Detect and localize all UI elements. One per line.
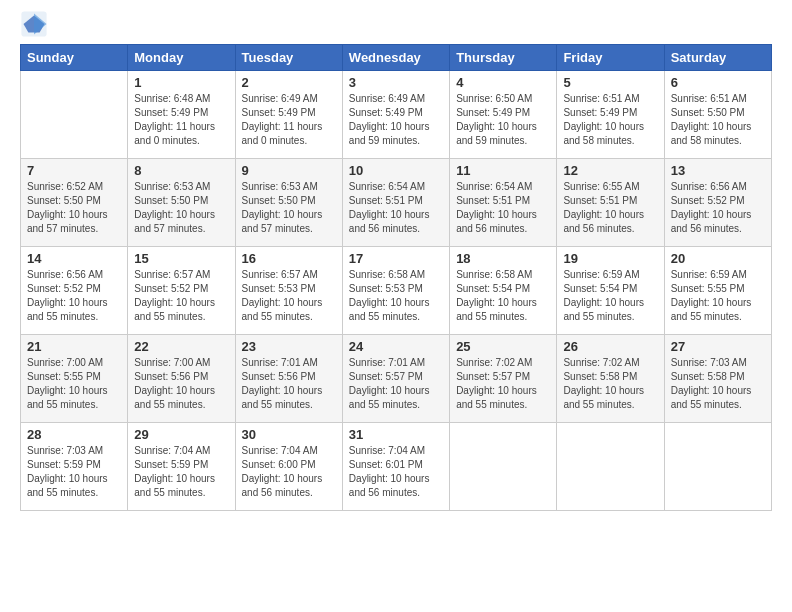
logo-icon [20,10,48,38]
day-info: Sunrise: 6:58 AM Sunset: 5:53 PM Dayligh… [349,268,443,324]
calendar-header-row: SundayMondayTuesdayWednesdayThursdayFrid… [21,45,772,71]
calendar-cell: 20Sunrise: 6:59 AM Sunset: 5:55 PM Dayli… [664,247,771,335]
calendar-cell: 28Sunrise: 7:03 AM Sunset: 5:59 PM Dayli… [21,423,128,511]
day-number: 22 [134,339,228,354]
day-info: Sunrise: 6:48 AM Sunset: 5:49 PM Dayligh… [134,92,228,148]
calendar-cell: 22Sunrise: 7:00 AM Sunset: 5:56 PM Dayli… [128,335,235,423]
calendar-cell: 1Sunrise: 6:48 AM Sunset: 5:49 PM Daylig… [128,71,235,159]
day-info: Sunrise: 6:51 AM Sunset: 5:49 PM Dayligh… [563,92,657,148]
day-number: 8 [134,163,228,178]
day-number: 25 [456,339,550,354]
calendar-cell: 12Sunrise: 6:55 AM Sunset: 5:51 PM Dayli… [557,159,664,247]
day-info: Sunrise: 6:53 AM Sunset: 5:50 PM Dayligh… [134,180,228,236]
day-number: 26 [563,339,657,354]
day-info: Sunrise: 7:04 AM Sunset: 6:00 PM Dayligh… [242,444,336,500]
day-number: 31 [349,427,443,442]
day-number: 3 [349,75,443,90]
day-number: 16 [242,251,336,266]
calendar-cell: 11Sunrise: 6:54 AM Sunset: 5:51 PM Dayli… [450,159,557,247]
day-info: Sunrise: 6:49 AM Sunset: 5:49 PM Dayligh… [242,92,336,148]
day-number: 24 [349,339,443,354]
calendar-cell: 24Sunrise: 7:01 AM Sunset: 5:57 PM Dayli… [342,335,449,423]
weekday-header: Friday [557,45,664,71]
day-info: Sunrise: 6:58 AM Sunset: 5:54 PM Dayligh… [456,268,550,324]
day-number: 1 [134,75,228,90]
calendar-cell: 7Sunrise: 6:52 AM Sunset: 5:50 PM Daylig… [21,159,128,247]
calendar-cell [450,423,557,511]
calendar-cell: 19Sunrise: 6:59 AM Sunset: 5:54 PM Dayli… [557,247,664,335]
calendar-cell: 31Sunrise: 7:04 AM Sunset: 6:01 PM Dayli… [342,423,449,511]
day-number: 17 [349,251,443,266]
day-info: Sunrise: 6:59 AM Sunset: 5:55 PM Dayligh… [671,268,765,324]
day-info: Sunrise: 7:02 AM Sunset: 5:57 PM Dayligh… [456,356,550,412]
calendar-week-row: 7Sunrise: 6:52 AM Sunset: 5:50 PM Daylig… [21,159,772,247]
weekday-header: Sunday [21,45,128,71]
day-number: 5 [563,75,657,90]
day-number: 27 [671,339,765,354]
calendar-cell: 8Sunrise: 6:53 AM Sunset: 5:50 PM Daylig… [128,159,235,247]
calendar-cell: 25Sunrise: 7:02 AM Sunset: 5:57 PM Dayli… [450,335,557,423]
calendar-cell: 13Sunrise: 6:56 AM Sunset: 5:52 PM Dayli… [664,159,771,247]
calendar-week-row: 1Sunrise: 6:48 AM Sunset: 5:49 PM Daylig… [21,71,772,159]
calendar-week-row: 28Sunrise: 7:03 AM Sunset: 5:59 PM Dayli… [21,423,772,511]
calendar-cell: 26Sunrise: 7:02 AM Sunset: 5:58 PM Dayli… [557,335,664,423]
day-info: Sunrise: 7:04 AM Sunset: 6:01 PM Dayligh… [349,444,443,500]
weekday-header: Monday [128,45,235,71]
day-number: 12 [563,163,657,178]
day-info: Sunrise: 7:03 AM Sunset: 5:58 PM Dayligh… [671,356,765,412]
day-info: Sunrise: 7:03 AM Sunset: 5:59 PM Dayligh… [27,444,121,500]
calendar-week-row: 14Sunrise: 6:56 AM Sunset: 5:52 PM Dayli… [21,247,772,335]
calendar-cell: 16Sunrise: 6:57 AM Sunset: 5:53 PM Dayli… [235,247,342,335]
calendar-cell [664,423,771,511]
day-info: Sunrise: 6:54 AM Sunset: 5:51 PM Dayligh… [349,180,443,236]
calendar-week-row: 21Sunrise: 7:00 AM Sunset: 5:55 PM Dayli… [21,335,772,423]
day-number: 29 [134,427,228,442]
calendar-cell: 29Sunrise: 7:04 AM Sunset: 5:59 PM Dayli… [128,423,235,511]
day-info: Sunrise: 7:01 AM Sunset: 5:56 PM Dayligh… [242,356,336,412]
calendar-cell: 18Sunrise: 6:58 AM Sunset: 5:54 PM Dayli… [450,247,557,335]
day-number: 2 [242,75,336,90]
day-info: Sunrise: 7:00 AM Sunset: 5:56 PM Dayligh… [134,356,228,412]
day-number: 20 [671,251,765,266]
calendar-cell: 30Sunrise: 7:04 AM Sunset: 6:00 PM Dayli… [235,423,342,511]
day-info: Sunrise: 6:50 AM Sunset: 5:49 PM Dayligh… [456,92,550,148]
day-info: Sunrise: 6:52 AM Sunset: 5:50 PM Dayligh… [27,180,121,236]
day-info: Sunrise: 7:01 AM Sunset: 5:57 PM Dayligh… [349,356,443,412]
day-number: 19 [563,251,657,266]
calendar-cell: 4Sunrise: 6:50 AM Sunset: 5:49 PM Daylig… [450,71,557,159]
day-number: 30 [242,427,336,442]
day-info: Sunrise: 6:49 AM Sunset: 5:49 PM Dayligh… [349,92,443,148]
day-number: 6 [671,75,765,90]
day-info: Sunrise: 6:54 AM Sunset: 5:51 PM Dayligh… [456,180,550,236]
day-info: Sunrise: 7:00 AM Sunset: 5:55 PM Dayligh… [27,356,121,412]
calendar-cell: 17Sunrise: 6:58 AM Sunset: 5:53 PM Dayli… [342,247,449,335]
day-number: 9 [242,163,336,178]
calendar-cell: 23Sunrise: 7:01 AM Sunset: 5:56 PM Dayli… [235,335,342,423]
day-info: Sunrise: 6:56 AM Sunset: 5:52 PM Dayligh… [27,268,121,324]
calendar-cell: 14Sunrise: 6:56 AM Sunset: 5:52 PM Dayli… [21,247,128,335]
day-info: Sunrise: 6:59 AM Sunset: 5:54 PM Dayligh… [563,268,657,324]
calendar-cell: 9Sunrise: 6:53 AM Sunset: 5:50 PM Daylig… [235,159,342,247]
calendar-cell: 21Sunrise: 7:00 AM Sunset: 5:55 PM Dayli… [21,335,128,423]
calendar-cell: 2Sunrise: 6:49 AM Sunset: 5:49 PM Daylig… [235,71,342,159]
calendar-cell [557,423,664,511]
day-number: 21 [27,339,121,354]
calendar-table: SundayMondayTuesdayWednesdayThursdayFrid… [20,44,772,511]
day-info: Sunrise: 6:55 AM Sunset: 5:51 PM Dayligh… [563,180,657,236]
day-number: 14 [27,251,121,266]
weekday-header: Tuesday [235,45,342,71]
day-info: Sunrise: 7:04 AM Sunset: 5:59 PM Dayligh… [134,444,228,500]
day-number: 23 [242,339,336,354]
day-number: 13 [671,163,765,178]
calendar-cell: 3Sunrise: 6:49 AM Sunset: 5:49 PM Daylig… [342,71,449,159]
day-number: 10 [349,163,443,178]
calendar-cell [21,71,128,159]
day-number: 15 [134,251,228,266]
day-info: Sunrise: 6:53 AM Sunset: 5:50 PM Dayligh… [242,180,336,236]
day-number: 7 [27,163,121,178]
day-number: 11 [456,163,550,178]
day-info: Sunrise: 6:57 AM Sunset: 5:53 PM Dayligh… [242,268,336,324]
day-info: Sunrise: 7:02 AM Sunset: 5:58 PM Dayligh… [563,356,657,412]
day-number: 4 [456,75,550,90]
calendar-cell: 10Sunrise: 6:54 AM Sunset: 5:51 PM Dayli… [342,159,449,247]
